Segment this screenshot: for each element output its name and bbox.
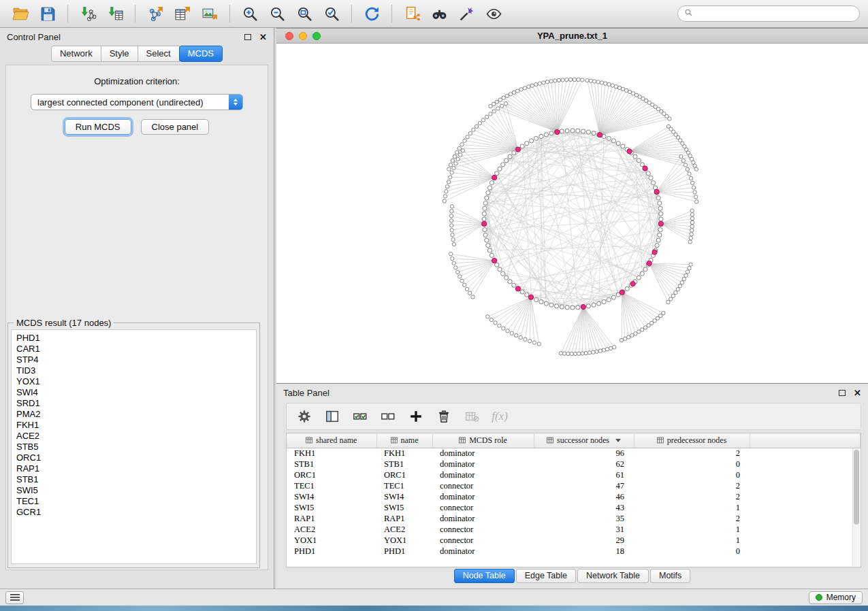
mcds-result-item[interactable]: STB1: [16, 474, 256, 485]
cell-role[interactable]: connector: [432, 502, 534, 513]
cell-name[interactable]: SWI5: [376, 502, 432, 513]
column-header-mcds-role[interactable]: MCDS role: [432, 433, 534, 448]
float-panel-icon[interactable]: [839, 390, 846, 396]
float-panel-icon[interactable]: [244, 34, 251, 40]
table-row[interactable]: PHD1PHD1dominator180: [287, 546, 861, 557]
cell-predecessors[interactable]: 2: [634, 480, 750, 491]
table-row[interactable]: RAP1RAP1dominator352: [287, 513, 861, 524]
cell-shared-name[interactable]: RAP1: [287, 513, 376, 524]
cell-name[interactable]: SWI4: [376, 491, 432, 502]
cell-shared-name[interactable]: ORC1: [287, 469, 376, 480]
cell-name[interactable]: PHD1: [376, 546, 432, 557]
zoom-fit-icon[interactable]: [292, 3, 317, 24]
mcds-result-item[interactable]: ORC1: [16, 452, 256, 463]
mcds-result-item[interactable]: TID3: [16, 365, 256, 376]
mcds-result-item[interactable]: PMA2: [16, 409, 256, 420]
export-network-icon[interactable]: [143, 3, 167, 24]
tab-edge-table[interactable]: Edge Table: [516, 569, 576, 583]
cell-successors[interactable]: 96: [534, 448, 634, 459]
refresh-icon[interactable]: [359, 3, 384, 24]
zoom-selected-icon[interactable]: [319, 3, 344, 24]
cell-predecessors[interactable]: 1: [634, 535, 750, 546]
mcds-result-item[interactable]: RAP1: [16, 463, 256, 474]
column-header-predecessor-nodes[interactable]: predecessor nodes: [634, 433, 750, 448]
cell-successors[interactable]: 31: [534, 524, 634, 535]
maximize-window-icon[interactable]: [312, 32, 321, 40]
cell-role[interactable]: connector: [432, 524, 534, 535]
cell-predecessors[interactable]: 0: [634, 546, 750, 557]
close-panel-icon[interactable]: ✕: [854, 389, 861, 397]
export-image-icon[interactable]: [197, 3, 222, 24]
network-titlebar[interactable]: YPA_prune.txt_1: [276, 29, 868, 44]
table-row[interactable]: FKH1FKH1dominator962: [287, 448, 861, 459]
delete-row-icon[interactable]: [436, 408, 452, 425]
cell-shared-name[interactable]: ACE2: [287, 524, 376, 535]
table-row[interactable]: ACE2ACE2connector311: [287, 524, 861, 535]
cell-role[interactable]: connector: [432, 480, 534, 491]
mcds-result-item[interactable]: ACE2: [16, 431, 256, 442]
criterion-dropdown[interactable]: largest connected component (undirected): [31, 94, 243, 110]
select-all-icon[interactable]: [352, 408, 368, 425]
tab-motifs[interactable]: Motifs: [650, 569, 690, 583]
tab-network-table[interactable]: Network Table: [577, 569, 649, 583]
cell-role[interactable]: dominator: [432, 459, 534, 469]
memory-button[interactable]: Memory: [809, 591, 863, 604]
cell-role[interactable]: dominator: [432, 469, 534, 480]
table-row[interactable]: STB1STB1dominator620: [287, 459, 861, 469]
cell-successors[interactable]: 18: [534, 546, 634, 557]
cell-name[interactable]: RAP1: [376, 513, 432, 524]
cell-predecessors[interactable]: 2: [634, 491, 750, 502]
close-panel-icon[interactable]: ✕: [259, 33, 267, 42]
cell-role[interactable]: dominator: [432, 448, 534, 459]
cell-shared-name[interactable]: TEC1: [287, 480, 376, 491]
gear-icon[interactable]: [296, 408, 312, 425]
tab-mcds[interactable]: MCDS: [179, 46, 223, 62]
mcds-result-item[interactable]: SRD1: [16, 398, 256, 409]
network-view-canvas[interactable]: [276, 44, 868, 384]
mcds-result-item[interactable]: STP4: [16, 354, 256, 365]
add-row-icon[interactable]: [408, 408, 424, 425]
wand-icon[interactable]: [454, 3, 479, 24]
cell-predecessors[interactable]: 0: [634, 459, 750, 469]
cell-name[interactable]: FKH1: [376, 448, 432, 459]
save-icon[interactable]: [35, 3, 60, 24]
cell-successors[interactable]: 46: [534, 491, 634, 502]
cell-predecessors[interactable]: 0: [634, 469, 750, 480]
cell-shared-name[interactable]: FKH1: [287, 448, 376, 459]
cell-shared-name[interactable]: YOX1: [287, 535, 376, 546]
mcds-result-item[interactable]: YOX1: [16, 376, 256, 387]
search-box[interactable]: [677, 5, 860, 22]
cell-successors[interactable]: 61: [534, 469, 634, 480]
mcds-result-item[interactable]: GCR1: [16, 507, 256, 518]
column-header-successor-nodes[interactable]: successor nodes: [534, 433, 634, 448]
search-input[interactable]: [697, 9, 853, 18]
mcds-result-item[interactable]: CAR1: [16, 344, 256, 354]
column-header-name[interactable]: name: [376, 433, 432, 448]
tab-node-table[interactable]: Node Table: [454, 569, 515, 583]
tab-select[interactable]: Select: [138, 46, 180, 62]
cell-name[interactable]: STB1: [376, 459, 432, 469]
cell-predecessors[interactable]: 2: [634, 448, 750, 459]
cell-name[interactable]: YOX1: [376, 535, 432, 546]
cell-successors[interactable]: 43: [534, 502, 634, 513]
table-row[interactable]: SWI5SWI5connector431: [287, 502, 861, 513]
close-panel-button[interactable]: Close panel: [141, 119, 210, 135]
mcds-result-item[interactable]: PHD1: [16, 333, 256, 344]
table-row[interactable]: TEC1TEC1connector472: [287, 480, 861, 491]
cell-successors[interactable]: 47: [534, 480, 634, 491]
cell-shared-name[interactable]: SWI5: [287, 502, 376, 513]
column-header-shared-name[interactable]: shared name: [287, 433, 376, 448]
close-window-icon[interactable]: [285, 32, 293, 40]
show-graphics-icon[interactable]: [481, 3, 506, 24]
cell-successors[interactable]: 62: [534, 459, 634, 469]
binoculars-icon[interactable]: [427, 3, 451, 24]
mcds-result-item[interactable]: SWI5: [16, 485, 256, 496]
columns-icon[interactable]: [324, 408, 340, 425]
table-row[interactable]: ORC1ORC1dominator610: [287, 469, 861, 480]
table-row[interactable]: SWI4SWI4dominator462: [287, 491, 861, 502]
cell-shared-name[interactable]: STB1: [287, 459, 376, 469]
run-mcds-button[interactable]: Run MCDS: [65, 119, 131, 135]
mcds-result-item[interactable]: FKH1: [16, 420, 256, 431]
export-table-icon[interactable]: [170, 3, 195, 24]
cell-name[interactable]: ORC1: [376, 469, 432, 480]
